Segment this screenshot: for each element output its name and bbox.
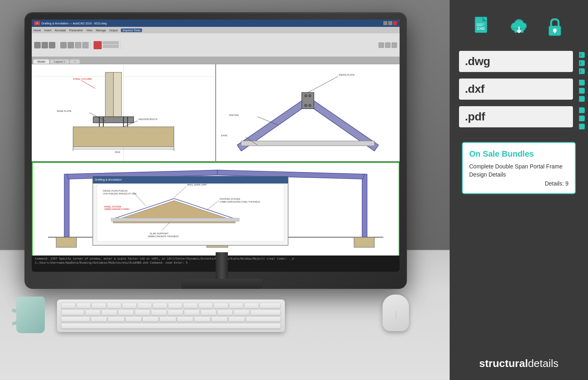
svg-text:SLAB SUPPORT: SLAB SUPPORT — [150, 232, 168, 235]
svg-text:RAFTER: RAFTER — [229, 114, 239, 116]
brand-light: details — [528, 357, 558, 369]
svg-rect-48 — [93, 176, 288, 183]
cad-file-icon: CAD — [469, 12, 497, 41]
cloud-download-icon-container — [505, 12, 533, 41]
mug-body — [16, 297, 45, 333]
svg-point-26 — [305, 94, 307, 97]
svg-text:EAVE: EAVE — [221, 134, 227, 137]
svg-rect-73 — [477, 25, 483, 26]
cad-drawing-left: STEEL COLUMN BASE PLATE ANCHOR BOLTS 250… — [32, 64, 215, 161]
svg-rect-54 — [111, 218, 239, 221]
dwg-format-button[interactable]: .dwg — [459, 51, 573, 72]
mouse-scroll-line — [396, 311, 396, 319]
svg-rect-46 — [354, 237, 374, 247]
mouse — [383, 295, 409, 331]
svg-rect-44 — [56, 237, 77, 247]
svg-text:CAD: CAD — [477, 26, 484, 30]
keyboard — [57, 299, 285, 332]
dxf-format-wrapper: .dxf — [459, 79, 579, 103]
sale-bundle-details: Details: 9 — [469, 180, 568, 187]
right-panel: CAD — [450, 0, 588, 380]
sale-bundle-title: On Sale Bundles — [469, 149, 568, 159]
dxf-format-button[interactable]: .dxf — [459, 79, 573, 100]
monitor-screen: A Drafting & Annotation — AutoCAD 2016 -… — [32, 20, 400, 272]
cad-screen: A Drafting & Annotation — AutoCAD 2016 -… — [32, 20, 400, 272]
svg-text:ROOFING SYSTEM: ROOFING SYSTEM — [220, 198, 240, 200]
monitor-body: A Drafting & Annotation — AutoCAD 2016 -… — [24, 12, 407, 289]
dwg-label: .dwg — [465, 55, 490, 68]
icons-row: CAD — [469, 12, 569, 41]
cad-file-icon-container: CAD — [469, 12, 497, 41]
sale-bundle-description: Complete Double Span Portal Frame Design… — [469, 163, 568, 179]
coffee-mug — [12, 288, 49, 333]
svg-text:0.5MM CORRUGATED STEEL THICKNE: 0.5MM CORRUGATED STEEL THICKNESS — [220, 201, 260, 203]
monitor: A Drafting & Annotation — AutoCAD 2016 -… — [24, 12, 419, 330]
svg-text:STEEL COLUMN: STEEL COLUMN — [73, 78, 92, 80]
svg-rect-4 — [114, 72, 122, 121]
pdf-format-wrapper: .pdf — [459, 106, 579, 131]
monitor-stand-base — [181, 279, 262, 289]
svg-text:150MM CONCRETE THICKNESS: 150MM CONCRETE THICKNESS — [148, 235, 179, 238]
svg-text:WALL EAVE GIRT: WALL EAVE GIRT — [187, 183, 207, 186]
svg-rect-3 — [105, 72, 114, 121]
svg-text:BASE PLATE: BASE PLATE — [57, 110, 72, 112]
svg-rect-25 — [302, 92, 314, 109]
svg-text:150MM SANDWICH PANEL: 150MM SANDWICH PANEL — [104, 208, 130, 210]
cad-drawing-right: RIDGE PLATE RAFTER EAVE — [216, 64, 400, 161]
svg-text:RIDGE PLAN PURLIN: RIDGE PLAN PURLIN — [103, 190, 127, 192]
svg-text:2500: 2500 — [115, 151, 120, 153]
svg-text:ANCHOR BOLTS: ANCHOR BOLTS — [138, 118, 157, 120]
keyboard-keys — [61, 303, 281, 329]
svg-rect-72 — [477, 24, 484, 24]
dxf-label: .dxf — [465, 83, 485, 96]
svg-rect-30 — [241, 141, 374, 146]
brand-logo: structuraldetails — [450, 357, 588, 370]
lock-icon — [540, 12, 569, 41]
monitor-stand-neck — [216, 252, 228, 281]
svg-rect-39 — [362, 174, 367, 237]
svg-rect-10 — [73, 127, 174, 147]
svg-text:Drafting & Annotation: Drafting & Annotation — [95, 178, 122, 181]
sale-bundle-box[interactable]: On Sale Bundles Complete Double Span Por… — [462, 142, 576, 194]
brand-text: structuraldetails — [450, 357, 588, 370]
svg-point-29 — [308, 104, 311, 107]
brand-bold: structural — [479, 357, 528, 369]
svg-point-27 — [308, 94, 311, 97]
cad-drawing-bottom: Drafting & Annotation RIDGE PLAN PURLIN — [32, 162, 400, 256]
svg-rect-82 — [554, 30, 555, 33]
lock-icon-container — [540, 12, 569, 41]
svg-text:CHS PURLINS SPACED AT 1500: CHS PURLINS SPACED AT 1500 — [103, 192, 136, 195]
svg-rect-38 — [64, 174, 69, 237]
svg-point-28 — [305, 104, 307, 107]
pdf-format-button[interactable]: .pdf — [459, 106, 573, 127]
cloud-download-icon — [505, 12, 533, 41]
svg-text:RIDGE PLATE: RIDGE PLATE — [339, 74, 355, 76]
dwg-format-wrapper: .dwg — [459, 51, 579, 75]
pdf-label: .pdf — [465, 110, 485, 123]
